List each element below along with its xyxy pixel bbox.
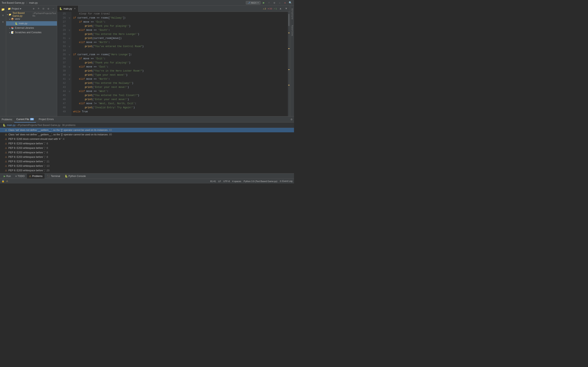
indent[interactable]: 4 spaces <box>232 180 241 183</box>
tab-label: main.py <box>63 7 72 10</box>
project-panel: 📁 Project ▾ ⊕ ≡ ⊟ ⚙ − ▾ 📁 Text Based Gam… <box>6 6 57 116</box>
tree-icon-root: 📁 <box>8 13 12 16</box>
update-button[interactable]: ↑ <box>267 1 271 5</box>
gutter-43 <box>67 85 71 89</box>
project-dropdown-icon[interactable]: ▾ <box>20 7 21 10</box>
tree-item-scratch[interactable]: ▸ 📝 Scratches and Consoles <box>6 30 57 35</box>
run-label: Run <box>6 175 11 178</box>
branch-selector[interactable]: ⎇ main ▾ <box>246 1 260 4</box>
code-line-47: elif move != 'West, East, North, Exit': <box>73 101 288 106</box>
code-line-29: elif move == 'South': <box>73 28 288 32</box>
problem-item-5[interactable]: ⚠ PEP 8: E203 whitespace before ',' :6 <box>0 150 294 155</box>
tab-project-errors[interactable]: Project Errors <box>37 117 56 123</box>
problem-warning-icon-9: ⚠ <box>5 169 7 172</box>
problem-item-9[interactable]: ⚠ PEP 8: E203 whitespace before ',' :20 <box>0 168 294 173</box>
run-icon: ▶ <box>4 175 6 178</box>
python-console-label: Python Console <box>69 175 86 178</box>
tree-item-root[interactable]: ▾ 📁 Text Based Game.py ~/PycharmProjects… <box>6 12 57 17</box>
problems-file-path2: ~/PycharmProjects/Text Based Game.py <box>16 124 61 127</box>
right-icon-structure[interactable]: Structure <box>289 6 294 22</box>
tab-close-btn[interactable]: ✕ <box>73 7 76 10</box>
title-file1: Text Based Game.py <box>2 1 24 4</box>
bookmark-button[interactable]: ☆ <box>278 1 282 5</box>
main-layout: 📁 ≡ ★ 📁 Project ▾ ⊕ ≡ ⊟ ⚙ − ▾ 📁 Te <box>0 6 294 116</box>
code-line-37: print('Thank you for playing!') <box>73 61 288 65</box>
right-scrollbar[interactable] <box>288 12 290 116</box>
right-icon-favorites[interactable]: Favorites <box>289 22 294 39</box>
search-button[interactable]: 🔍 <box>288 1 292 5</box>
footer-tab-todo[interactable]: ≡ TODO <box>13 174 26 179</box>
gutter-38[interactable]: ▽ <box>67 65 71 69</box>
problem-item-3[interactable]: ⚠ PEP 8: E203 whitespace before ',' :6 <box>0 141 294 146</box>
footer-tab-run[interactable]: ▶ Run <box>2 174 13 179</box>
gutter-26[interactable]: ▽ <box>67 16 71 20</box>
problem-item-2[interactable]: ⚠ PEP 8: E265 block comment should start… <box>0 137 294 141</box>
problem-item-1[interactable]: ⚠ Class 'set' does not define '__getitem… <box>0 132 294 137</box>
editor-tab-main[interactable]: 🐍 main.py ✕ <box>57 6 78 12</box>
event-log[interactable]: ⊙ Event Log <box>280 180 292 183</box>
problem-text-8: PEP 8: E203 whitespace before ',' <box>8 165 45 167</box>
scroll-warning-marker2 <box>288 48 290 49</box>
code-line-28: print('Thank you for playing!') <box>73 24 288 28</box>
tree-item-venv[interactable]: ▸ 📦 venv <box>6 17 57 21</box>
problems-file-header: 🐍 main.py ~/PycharmProjects/Text Based G… <box>0 123 294 128</box>
code-line-41: elif move == 'North': <box>73 77 288 81</box>
scroll-warning-marker3 <box>288 69 290 70</box>
python-version[interactable]: Python 3.9 (Text Based Game.py) <box>243 180 277 183</box>
status-bar: 🔒 ⚠ 81:41 LF UTF-8 4 spaces Python 3.9 (… <box>0 179 294 184</box>
error-badge[interactable]: ✕ 33 <box>268 7 272 10</box>
editor-area: 🐍 main.py ✕ ⚠ 2 ✕ 33 ✓ 1 ▲ ▼ <box>57 6 290 116</box>
close-button[interactable]: ✕ <box>283 1 287 5</box>
problem-item-0[interactable]: ⚠ Class 'set' does not define '__setitem… <box>0 128 294 132</box>
project-icon-hide[interactable]: − <box>51 7 55 11</box>
gutter-46 <box>67 98 71 101</box>
scroll-thumb[interactable] <box>288 14 289 26</box>
side-icon-structure[interactable]: ≡ <box>0 13 6 18</box>
problem-item-4[interactable]: ⚠ PEP 8: E203 whitespace before ',' :6 <box>0 146 294 150</box>
settings-button[interactable]: ⚙ <box>272 1 277 5</box>
editor-tabs: 🐍 main.py ✕ ⚠ 2 ✕ 33 ✓ 1 ▲ ▼ <box>57 6 290 12</box>
side-icon-favorites[interactable]: ★ <box>0 19 6 25</box>
problem-warning-icon-8: ⚠ <box>5 165 7 167</box>
problems-settings-icon[interactable]: ⚙ <box>291 118 292 121</box>
tab-current-file[interactable]: Current File 36 <box>14 117 36 123</box>
run-button[interactable]: ▶ <box>262 1 266 5</box>
title-bar: Text Based Game.py | main.py ⎇ main ▾ ▶ … <box>0 0 294 6</box>
cursor-position[interactable]: 81:41 <box>210 180 216 183</box>
project-icon-scope[interactable]: ⊟ <box>42 7 45 11</box>
problem-item-6[interactable]: ⚠ PEP 8: E203 whitespace before ',' :8 <box>0 155 294 159</box>
problems-file-label: main.py <box>7 124 16 127</box>
tree-icon-ext: 📚 <box>11 26 14 30</box>
chevron-down-icon[interactable]: ▼ <box>284 7 288 11</box>
gutter-29[interactable]: ▽ <box>67 28 71 32</box>
todo-icon: ≡ <box>15 175 17 178</box>
tree-path-root: ~/PycharmProjects/Text Ba <box>33 12 56 17</box>
footer-tab-problems[interactable]: ⚠ Problems <box>27 174 44 179</box>
terminal-icon: ⬛ <box>47 175 50 178</box>
gutter-33[interactable]: ▽ <box>67 44 71 49</box>
tree-chevron-scratch: ▸ <box>9 31 10 34</box>
project-icon-collapse[interactable]: ≡ <box>36 7 41 11</box>
gutter-44[interactable]: ▽ <box>67 89 71 93</box>
tree-item-mainpy[interactable]: 🐍 main.py <box>6 21 57 26</box>
side-icon-project[interactable]: 📁 <box>0 7 6 12</box>
footer-tab-terminal[interactable]: ⬛ Terminal <box>45 174 62 179</box>
project-icon-settings[interactable]: ⚙ <box>46 7 51 11</box>
tree-item-ext[interactable]: ▸ 📚 External Libraries <box>6 26 57 30</box>
ok-badge[interactable]: ✓ 1 <box>274 7 277 10</box>
problem-item-7[interactable]: ⚠ PEP 8: E203 whitespace before ',' :11 <box>0 159 294 164</box>
project-icon-new[interactable]: ⊕ <box>32 7 36 11</box>
gutter-41[interactable]: ▽ <box>67 77 71 81</box>
gutter-31[interactable]: ▽ <box>67 36 71 40</box>
problem-item-8[interactable]: ⚠ PEP 8: E203 whitespace before ',' :13 <box>0 164 294 168</box>
charset[interactable]: UTF-8 <box>223 180 230 183</box>
line-ending[interactable]: LF <box>218 180 221 183</box>
code-editor[interactable]: #loop for room travel if current_room ==… <box>71 12 288 116</box>
footer-tab-python-console[interactable]: 🐍 Python Console <box>63 174 88 179</box>
scroll-warning-marker4 <box>288 85 290 85</box>
problem-warning-icon-5: ⚠ <box>5 151 7 154</box>
chevron-up-icon[interactable]: ▲ <box>278 7 283 11</box>
gutter-35[interactable]: ▽ <box>67 53 71 57</box>
warning-badge[interactable]: ⚠ 2 <box>263 7 266 10</box>
gutter-40[interactable]: ▽ <box>67 73 71 77</box>
